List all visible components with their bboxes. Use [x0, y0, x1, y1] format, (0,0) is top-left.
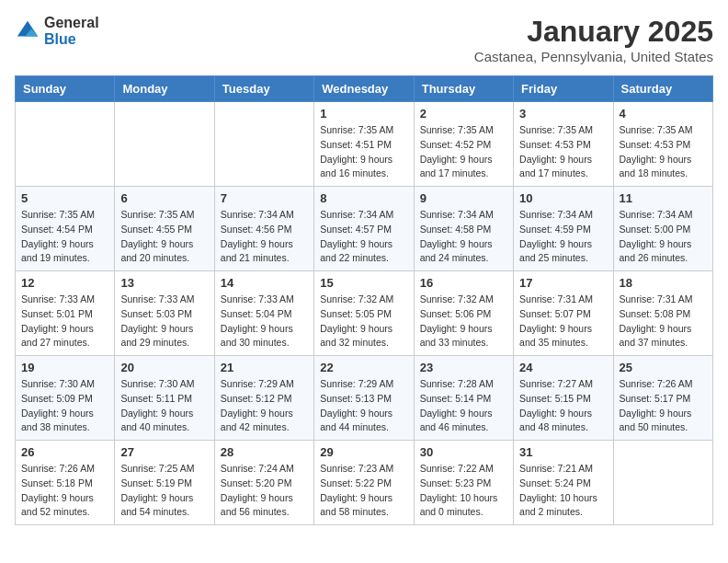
- day-info: Sunrise: 7:35 AM Sunset: 4:53 PM Dayligh…: [519, 123, 607, 181]
- day-number: 25: [620, 361, 707, 374]
- day-number: 11: [620, 191, 707, 205]
- day-info: Sunrise: 7:35 AM Sunset: 4:51 PM Dayligh…: [320, 123, 407, 181]
- logo-icon: [15, 18, 40, 44]
- day-info: Sunrise: 7:31 AM Sunset: 5:08 PM Dayligh…: [620, 293, 707, 350]
- calendar-cell: 3Sunrise: 7:35 AM Sunset: 4:53 PM Daylig…: [514, 102, 613, 187]
- location-text: Castanea, Pennsylvania, United States: [474, 49, 713, 64]
- month-title: January 2025: [474, 15, 713, 49]
- calendar-cell: 25Sunrise: 7:26 AM Sunset: 5:17 PM Dayli…: [613, 356, 712, 441]
- logo: General Blue: [15, 15, 99, 47]
- calendar-cell: 27Sunrise: 7:25 AM Sunset: 5:19 PM Dayli…: [115, 441, 214, 525]
- column-header-sunday: Sunday: [16, 76, 115, 102]
- calendar-cell: 22Sunrise: 7:29 AM Sunset: 5:13 PM Dayli…: [314, 356, 414, 441]
- day-info: Sunrise: 7:24 AM Sunset: 5:20 PM Dayligh…: [221, 462, 308, 520]
- calendar-cell: [115, 102, 214, 187]
- page-header: General Blue January 2025 Castanea, Penn…: [15, 15, 713, 64]
- calendar-cell: 11Sunrise: 7:34 AM Sunset: 5:00 PM Dayli…: [613, 187, 712, 271]
- calendar-cell: 30Sunrise: 7:22 AM Sunset: 5:23 PM Dayli…: [414, 441, 513, 525]
- day-number: 8: [320, 191, 407, 205]
- day-number: 27: [120, 445, 208, 459]
- day-number: 17: [519, 276, 607, 290]
- day-info: Sunrise: 7:25 AM Sunset: 5:19 PM Dayligh…: [120, 462, 208, 520]
- day-number: 12: [21, 276, 108, 290]
- day-info: Sunrise: 7:35 AM Sunset: 4:53 PM Dayligh…: [620, 123, 707, 181]
- day-number: 22: [320, 361, 407, 374]
- calendar-cell: [214, 102, 313, 187]
- day-info: Sunrise: 7:30 AM Sunset: 5:11 PM Dayligh…: [120, 377, 208, 435]
- calendar-cell: 4Sunrise: 7:35 AM Sunset: 4:53 PM Daylig…: [613, 102, 712, 187]
- calendar-week-row: 12Sunrise: 7:33 AM Sunset: 5:01 PM Dayli…: [16, 271, 713, 356]
- day-number: 24: [519, 361, 607, 374]
- day-info: Sunrise: 7:32 AM Sunset: 5:06 PM Dayligh…: [420, 293, 507, 350]
- calendar-cell: 7Sunrise: 7:34 AM Sunset: 4:56 PM Daylig…: [214, 187, 313, 271]
- column-header-monday: Monday: [115, 76, 214, 102]
- day-number: 21: [221, 361, 308, 374]
- day-number: 2: [420, 107, 507, 121]
- calendar-cell: 15Sunrise: 7:32 AM Sunset: 5:05 PM Dayli…: [314, 271, 414, 356]
- day-number: 6: [120, 191, 208, 205]
- calendar-week-row: 1Sunrise: 7:35 AM Sunset: 4:51 PM Daylig…: [16, 102, 713, 187]
- day-info: Sunrise: 7:28 AM Sunset: 5:14 PM Dayligh…: [420, 377, 507, 435]
- day-info: Sunrise: 7:34 AM Sunset: 4:56 PM Dayligh…: [221, 208, 308, 266]
- calendar-cell: 5Sunrise: 7:35 AM Sunset: 4:54 PM Daylig…: [16, 187, 115, 271]
- day-info: Sunrise: 7:21 AM Sunset: 5:24 PM Dayligh…: [519, 462, 607, 520]
- day-info: Sunrise: 7:32 AM Sunset: 5:05 PM Dayligh…: [320, 293, 407, 350]
- calendar-cell: 14Sunrise: 7:33 AM Sunset: 5:04 PM Dayli…: [214, 271, 313, 356]
- calendar-cell: 1Sunrise: 7:35 AM Sunset: 4:51 PM Daylig…: [314, 102, 414, 187]
- calendar-cell: 2Sunrise: 7:35 AM Sunset: 4:52 PM Daylig…: [414, 102, 513, 187]
- calendar-cell: 29Sunrise: 7:23 AM Sunset: 5:22 PM Dayli…: [314, 441, 414, 525]
- calendar-cell: 17Sunrise: 7:31 AM Sunset: 5:07 PM Dayli…: [514, 271, 613, 356]
- day-number: 16: [420, 276, 507, 290]
- calendar-week-row: 26Sunrise: 7:26 AM Sunset: 5:18 PM Dayli…: [16, 441, 713, 525]
- day-number: 29: [320, 445, 407, 459]
- column-header-thursday: Thursday: [414, 76, 513, 102]
- column-header-wednesday: Wednesday: [314, 76, 414, 102]
- day-number: 14: [221, 276, 308, 290]
- day-info: Sunrise: 7:34 AM Sunset: 4:58 PM Dayligh…: [420, 208, 507, 266]
- day-info: Sunrise: 7:22 AM Sunset: 5:23 PM Dayligh…: [420, 462, 507, 520]
- day-info: Sunrise: 7:33 AM Sunset: 5:01 PM Dayligh…: [21, 293, 108, 350]
- calendar-cell: 28Sunrise: 7:24 AM Sunset: 5:20 PM Dayli…: [214, 441, 313, 525]
- calendar-cell: 19Sunrise: 7:30 AM Sunset: 5:09 PM Dayli…: [16, 356, 115, 441]
- calendar-header-row: SundayMondayTuesdayWednesdayThursdayFrid…: [16, 76, 713, 102]
- calendar-cell: 8Sunrise: 7:34 AM Sunset: 4:57 PM Daylig…: [314, 187, 414, 271]
- day-number: 18: [620, 276, 707, 290]
- title-area: January 2025 Castanea, Pennsylvania, Uni…: [474, 15, 713, 64]
- day-info: Sunrise: 7:34 AM Sunset: 4:57 PM Dayligh…: [320, 208, 407, 266]
- day-number: 7: [221, 191, 308, 205]
- day-number: 30: [420, 445, 507, 459]
- day-number: 28: [221, 445, 308, 459]
- day-number: 13: [120, 276, 208, 290]
- day-info: Sunrise: 7:27 AM Sunset: 5:15 PM Dayligh…: [519, 377, 607, 435]
- day-info: Sunrise: 7:23 AM Sunset: 5:22 PM Dayligh…: [320, 462, 407, 520]
- calendar-cell: 18Sunrise: 7:31 AM Sunset: 5:08 PM Dayli…: [613, 271, 712, 356]
- day-info: Sunrise: 7:33 AM Sunset: 5:04 PM Dayligh…: [221, 293, 308, 350]
- day-info: Sunrise: 7:35 AM Sunset: 4:52 PM Dayligh…: [420, 123, 507, 181]
- day-number: 15: [320, 276, 407, 290]
- day-info: Sunrise: 7:26 AM Sunset: 5:17 PM Dayligh…: [620, 377, 707, 435]
- day-info: Sunrise: 7:34 AM Sunset: 5:00 PM Dayligh…: [620, 208, 707, 266]
- column-header-saturday: Saturday: [613, 76, 712, 102]
- calendar-cell: 24Sunrise: 7:27 AM Sunset: 5:15 PM Dayli…: [514, 356, 613, 441]
- calendar-cell: [613, 441, 712, 525]
- day-number: 31: [519, 445, 607, 459]
- day-info: Sunrise: 7:30 AM Sunset: 5:09 PM Dayligh…: [21, 377, 108, 435]
- calendar-cell: 16Sunrise: 7:32 AM Sunset: 5:06 PM Dayli…: [414, 271, 513, 356]
- calendar-cell: 20Sunrise: 7:30 AM Sunset: 5:11 PM Dayli…: [115, 356, 214, 441]
- calendar-cell: 13Sunrise: 7:33 AM Sunset: 5:03 PM Dayli…: [115, 271, 214, 356]
- day-number: 1: [320, 107, 407, 121]
- day-number: 26: [21, 445, 108, 459]
- calendar-cell: [16, 102, 115, 187]
- logo-text: General Blue: [44, 15, 99, 47]
- calendar-cell: 23Sunrise: 7:28 AM Sunset: 5:14 PM Dayli…: [414, 356, 513, 441]
- calendar-cell: 10Sunrise: 7:34 AM Sunset: 4:59 PM Dayli…: [514, 187, 613, 271]
- day-info: Sunrise: 7:35 AM Sunset: 4:55 PM Dayligh…: [120, 208, 208, 266]
- day-number: 10: [519, 191, 607, 205]
- logo-general-text: General: [44, 15, 99, 31]
- day-info: Sunrise: 7:34 AM Sunset: 4:59 PM Dayligh…: [519, 208, 607, 266]
- day-number: 20: [120, 361, 208, 374]
- day-info: Sunrise: 7:35 AM Sunset: 4:54 PM Dayligh…: [21, 208, 108, 266]
- calendar-week-row: 5Sunrise: 7:35 AM Sunset: 4:54 PM Daylig…: [16, 187, 713, 271]
- calendar-cell: 6Sunrise: 7:35 AM Sunset: 4:55 PM Daylig…: [115, 187, 214, 271]
- column-header-tuesday: Tuesday: [214, 76, 313, 102]
